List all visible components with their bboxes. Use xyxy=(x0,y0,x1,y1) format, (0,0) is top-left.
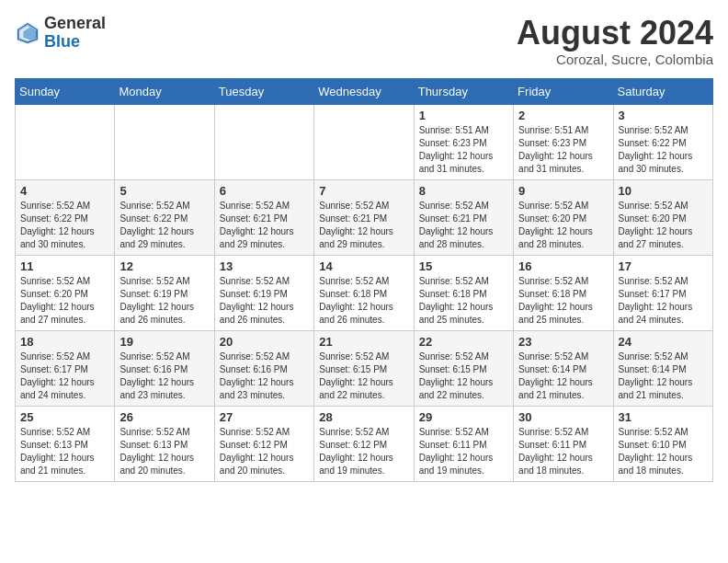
empty-cell xyxy=(214,104,313,179)
day-number: 21 xyxy=(319,335,408,349)
calendar-day-8: 8Sunrise: 5:52 AM Sunset: 6:21 PM Daylig… xyxy=(414,179,513,255)
calendar-day-26: 26Sunrise: 5:52 AM Sunset: 6:13 PM Dayli… xyxy=(115,406,214,481)
calendar-day-5: 5Sunrise: 5:52 AM Sunset: 6:22 PM Daylig… xyxy=(115,179,214,255)
day-number: 5 xyxy=(119,184,209,198)
day-number: 17 xyxy=(619,259,708,273)
day-number: 9 xyxy=(518,184,608,198)
logo: General Blue xyxy=(15,15,106,52)
day-number: 22 xyxy=(419,335,508,349)
day-info: Sunrise: 5:52 AM Sunset: 6:11 PM Dayligh… xyxy=(518,426,608,477)
calendar-day-3: 3Sunrise: 5:52 AM Sunset: 6:22 PM Daylig… xyxy=(613,104,712,179)
day-number: 29 xyxy=(419,410,508,424)
day-number: 24 xyxy=(619,335,708,349)
calendar-day-9: 9Sunrise: 5:52 AM Sunset: 6:20 PM Daylig… xyxy=(514,179,613,255)
calendar-day-25: 25Sunrise: 5:52 AM Sunset: 6:13 PM Dayli… xyxy=(16,406,115,481)
day-number: 12 xyxy=(119,259,209,273)
day-number: 8 xyxy=(419,184,508,198)
day-info: Sunrise: 5:52 AM Sunset: 6:16 PM Dayligh… xyxy=(119,350,209,402)
day-number: 25 xyxy=(20,410,109,424)
calendar-day-20: 20Sunrise: 5:52 AM Sunset: 6:16 PM Dayli… xyxy=(214,330,313,406)
day-info: Sunrise: 5:52 AM Sunset: 6:20 PM Dayligh… xyxy=(20,275,109,327)
day-info: Sunrise: 5:52 AM Sunset: 6:15 PM Dayligh… xyxy=(419,350,508,402)
day-info: Sunrise: 5:52 AM Sunset: 6:22 PM Dayligh… xyxy=(619,124,708,176)
calendar-day-28: 28Sunrise: 5:52 AM Sunset: 6:12 PM Dayli… xyxy=(314,406,414,481)
calendar-day-12: 12Sunrise: 5:52 AM Sunset: 6:19 PM Dayli… xyxy=(115,255,214,330)
day-header-wednesday: Wednesday xyxy=(314,78,414,104)
day-info: Sunrise: 5:52 AM Sunset: 6:18 PM Dayligh… xyxy=(419,275,508,327)
day-info: Sunrise: 5:52 AM Sunset: 6:20 PM Dayligh… xyxy=(619,200,708,251)
location: Corozal, Sucre, Colombia xyxy=(517,52,713,67)
calendar-day-24: 24Sunrise: 5:52 AM Sunset: 6:14 PM Dayli… xyxy=(613,330,712,406)
day-info: Sunrise: 5:52 AM Sunset: 6:15 PM Dayligh… xyxy=(319,350,408,402)
day-info: Sunrise: 5:52 AM Sunset: 6:17 PM Dayligh… xyxy=(20,350,109,402)
calendar-header-row: SundayMondayTuesdayWednesdayThursdayFrid… xyxy=(16,78,713,104)
empty-cell xyxy=(314,104,414,179)
empty-cell xyxy=(16,104,115,179)
calendar-day-2: 2Sunrise: 5:51 AM Sunset: 6:23 PM Daylig… xyxy=(514,104,613,179)
day-number: 2 xyxy=(518,109,608,122)
day-info: Sunrise: 5:52 AM Sunset: 6:22 PM Dayligh… xyxy=(20,200,109,251)
day-number: 7 xyxy=(319,184,408,198)
calendar-day-6: 6Sunrise: 5:52 AM Sunset: 6:21 PM Daylig… xyxy=(214,179,313,255)
day-header-thursday: Thursday xyxy=(414,78,513,104)
day-info: Sunrise: 5:52 AM Sunset: 6:22 PM Dayligh… xyxy=(119,200,209,251)
day-info: Sunrise: 5:51 AM Sunset: 6:23 PM Dayligh… xyxy=(419,124,508,176)
day-info: Sunrise: 5:52 AM Sunset: 6:11 PM Dayligh… xyxy=(419,426,508,477)
calendar-table: SundayMondayTuesdayWednesdayThursdayFrid… xyxy=(15,78,713,482)
calendar-day-11: 11Sunrise: 5:52 AM Sunset: 6:20 PM Dayli… xyxy=(16,255,115,330)
calendar-week-1: 1Sunrise: 5:51 AM Sunset: 6:23 PM Daylig… xyxy=(16,104,713,179)
calendar-day-16: 16Sunrise: 5:52 AM Sunset: 6:18 PM Dayli… xyxy=(514,255,613,330)
logo-text: General Blue xyxy=(44,15,106,52)
day-info: Sunrise: 5:52 AM Sunset: 6:12 PM Dayligh… xyxy=(220,426,309,477)
day-info: Sunrise: 5:52 AM Sunset: 6:16 PM Dayligh… xyxy=(220,350,309,402)
calendar-day-27: 27Sunrise: 5:52 AM Sunset: 6:12 PM Dayli… xyxy=(214,406,313,481)
calendar-day-30: 30Sunrise: 5:52 AM Sunset: 6:11 PM Dayli… xyxy=(514,406,613,481)
calendar-day-29: 29Sunrise: 5:52 AM Sunset: 6:11 PM Dayli… xyxy=(414,406,513,481)
day-info: Sunrise: 5:51 AM Sunset: 6:23 PM Dayligh… xyxy=(518,124,608,176)
day-number: 15 xyxy=(419,259,508,273)
day-number: 19 xyxy=(119,335,209,349)
day-number: 11 xyxy=(20,259,109,273)
day-number: 4 xyxy=(20,184,109,198)
calendar-day-4: 4Sunrise: 5:52 AM Sunset: 6:22 PM Daylig… xyxy=(16,179,115,255)
logo-blue: Blue xyxy=(44,33,106,52)
calendar-day-18: 18Sunrise: 5:52 AM Sunset: 6:17 PM Dayli… xyxy=(16,330,115,406)
day-info: Sunrise: 5:52 AM Sunset: 6:10 PM Dayligh… xyxy=(619,426,708,477)
day-header-saturday: Saturday xyxy=(613,78,712,104)
day-info: Sunrise: 5:52 AM Sunset: 6:13 PM Dayligh… xyxy=(119,426,209,477)
day-header-sunday: Sunday xyxy=(16,78,115,104)
logo-icon xyxy=(15,20,40,46)
day-info: Sunrise: 5:52 AM Sunset: 6:20 PM Dayligh… xyxy=(518,200,608,251)
calendar-day-14: 14Sunrise: 5:52 AM Sunset: 6:18 PM Dayli… xyxy=(314,255,414,330)
day-info: Sunrise: 5:52 AM Sunset: 6:12 PM Dayligh… xyxy=(319,426,408,477)
calendar-week-4: 18Sunrise: 5:52 AM Sunset: 6:17 PM Dayli… xyxy=(16,330,713,406)
day-info: Sunrise: 5:52 AM Sunset: 6:14 PM Dayligh… xyxy=(619,350,708,402)
calendar-day-7: 7Sunrise: 5:52 AM Sunset: 6:21 PM Daylig… xyxy=(314,179,414,255)
calendar-day-22: 22Sunrise: 5:52 AM Sunset: 6:15 PM Dayli… xyxy=(414,330,513,406)
day-info: Sunrise: 5:52 AM Sunset: 6:21 PM Dayligh… xyxy=(419,200,508,251)
day-info: Sunrise: 5:52 AM Sunset: 6:13 PM Dayligh… xyxy=(20,426,109,477)
day-info: Sunrise: 5:52 AM Sunset: 6:18 PM Dayligh… xyxy=(518,275,608,327)
day-number: 20 xyxy=(220,335,309,349)
calendar-week-3: 11Sunrise: 5:52 AM Sunset: 6:20 PM Dayli… xyxy=(16,255,713,330)
month-year: August 2024 xyxy=(517,15,713,52)
logo-general: General xyxy=(44,15,106,33)
day-info: Sunrise: 5:52 AM Sunset: 6:17 PM Dayligh… xyxy=(619,275,708,327)
day-number: 26 xyxy=(119,410,209,424)
day-header-friday: Friday xyxy=(514,78,613,104)
calendar-day-10: 10Sunrise: 5:52 AM Sunset: 6:20 PM Dayli… xyxy=(613,179,712,255)
calendar-week-5: 25Sunrise: 5:52 AM Sunset: 6:13 PM Dayli… xyxy=(16,406,713,481)
day-info: Sunrise: 5:52 AM Sunset: 6:19 PM Dayligh… xyxy=(220,275,309,327)
title-section: August 2024 Corozal, Sucre, Colombia xyxy=(517,15,713,67)
calendar-day-13: 13Sunrise: 5:52 AM Sunset: 6:19 PM Dayli… xyxy=(214,255,313,330)
calendar-day-1: 1Sunrise: 5:51 AM Sunset: 6:23 PM Daylig… xyxy=(414,104,513,179)
day-info: Sunrise: 5:52 AM Sunset: 6:14 PM Dayligh… xyxy=(518,350,608,402)
day-info: Sunrise: 5:52 AM Sunset: 6:19 PM Dayligh… xyxy=(119,275,209,327)
day-number: 30 xyxy=(518,410,608,424)
calendar-day-15: 15Sunrise: 5:52 AM Sunset: 6:18 PM Dayli… xyxy=(414,255,513,330)
day-number: 18 xyxy=(20,335,109,349)
day-number: 13 xyxy=(220,259,309,273)
day-number: 6 xyxy=(220,184,309,198)
day-number: 31 xyxy=(619,410,708,424)
empty-cell xyxy=(115,104,214,179)
